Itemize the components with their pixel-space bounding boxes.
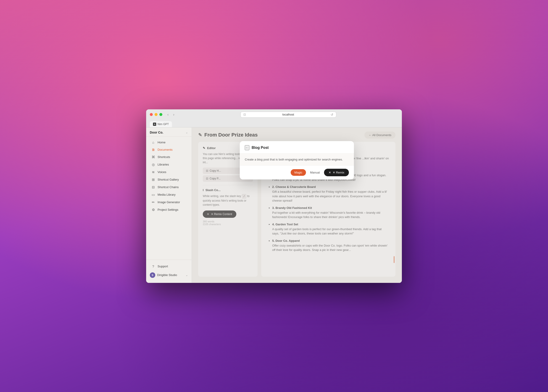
workspace-avatar: S — [150, 272, 155, 278]
remix-button[interactable]: ✕ ✕ Remix — [324, 169, 349, 176]
sidebar-item-libraries-label: Libraries — [158, 163, 169, 166]
workspace-name: Door Co. — [150, 131, 163, 134]
manual-button[interactable]: Manual — [308, 169, 322, 176]
sidebar: Door Co. ⌄ ⌂ Home 🗎 Documents ⌘ Shortcut… — [146, 127, 192, 283]
modal-title: Blog Post — [252, 146, 269, 150]
sidebar-item-libraries[interactable]: ◎ Libraries — [148, 161, 190, 168]
sidebar-item-home[interactable]: ⌂ Home — [148, 139, 190, 146]
main-content: ✎ From Door Prize Ideas ← All Documents … — [192, 127, 402, 283]
maximize-button[interactable] — [159, 113, 162, 116]
shortcut-gallery-icon: ⊞ — [151, 178, 155, 182]
browser-chrome: ‹ › ⊡ localhost ↺ N Nim GPT — [146, 109, 402, 127]
image-generator-icon: ✏ — [151, 200, 155, 204]
sidebar-bottom: ? Support S Dirigible Studio ⌄ — [146, 259, 192, 283]
modal-footer: Magic Manual ✕ ✕ Remix — [240, 165, 354, 179]
sidebar-item-media-library[interactable]: ▭ Media Library — [148, 191, 190, 198]
sidebar-item-project-settings[interactable]: ⚙ Project Settings — [148, 206, 190, 213]
support-icon: ? — [151, 264, 155, 268]
media-library-icon: ▭ — [151, 193, 155, 197]
workspace-footer-name: Dirigible Studio — [157, 273, 184, 277]
sidebar-item-voices-label: Voices — [158, 170, 166, 174]
browser-tab[interactable]: N Nim GPT — [150, 121, 172, 127]
sidebar-item-documents-label: Documents — [158, 148, 173, 151]
sidebar-item-voices[interactable]: ≋ Voices — [148, 168, 190, 176]
sidebar-support-label: Support — [158, 265, 168, 268]
workspace-chevron-icon: ⌄ — [186, 131, 188, 134]
sidebar-item-shortcuts-label: Shortcuts — [158, 155, 170, 159]
libraries-icon: ◎ — [151, 162, 155, 167]
sidebar-item-shortcut-gallery-label: Shortcut Gallery — [158, 178, 179, 181]
sidebar-item-shortcuts[interactable]: ⌘ Shortcuts — [148, 154, 190, 161]
close-button[interactable] — [150, 113, 153, 116]
sidebar-item-media-library-label: Media Library — [158, 193, 176, 196]
sidebar-item-documents[interactable]: 🗎 Documents — [148, 146, 190, 153]
magic-button[interactable]: Magic — [291, 169, 306, 176]
voices-icon: ≋ — [151, 170, 155, 174]
sidebar-item-image-generator-label: Image Generator — [158, 200, 180, 204]
tab-favicon: N — [153, 123, 156, 126]
modal-back-button[interactable]: ← — [245, 145, 249, 150]
remix-icon: ✕ — [329, 171, 331, 174]
workspace-header[interactable]: Door Co. ⌄ — [146, 127, 192, 137]
url-display: localhost — [248, 113, 329, 116]
address-bar[interactable]: ⊡ localhost ↺ — [240, 112, 336, 118]
modal-header: ← Blog Post — [240, 141, 354, 154]
workspace-footer-chevron-icon: ⌄ — [186, 273, 188, 277]
home-icon: ⌂ — [151, 140, 155, 144]
forward-nav-button[interactable]: › — [172, 112, 176, 117]
sidebar-item-home-label: Home — [158, 141, 166, 144]
shortcut-chains-icon: ⊟ — [151, 185, 155, 189]
shortcuts-icon: ⌘ — [151, 155, 155, 159]
reload-button[interactable]: ↺ — [331, 113, 333, 116]
modal-overlay: ← Blog Post Create a blog post that is b… — [192, 127, 402, 283]
tab-label: Nim GPT — [158, 123, 169, 126]
sidebar-item-shortcut-gallery[interactable]: ⊞ Shortcut Gallery — [148, 176, 190, 183]
modal-body: Create a blog post that is both engaging… — [240, 154, 354, 166]
sidebar-item-support[interactable]: ? Support — [148, 263, 190, 270]
sidebar-item-shortcut-chains[interactable]: ⊟ Shortcut Chains — [148, 183, 190, 191]
sidebar-item-project-settings-label: Project Settings — [158, 208, 178, 211]
modal-description: Create a blog post that is both engaging… — [245, 157, 349, 162]
sidebar-navigation: ⌂ Home 🗎 Documents ⌘ Shortcuts ◎ Librari… — [146, 137, 192, 259]
blog-post-modal: ← Blog Post Create a blog post that is b… — [240, 141, 354, 180]
workspace-footer[interactable]: S Dirigible Studio ⌄ — [146, 270, 192, 280]
sidebar-item-shortcut-chains-label: Shortcut Chains — [158, 185, 179, 189]
project-settings-icon: ⚙ — [151, 208, 155, 212]
address-bar-icon: ⊡ — [243, 113, 246, 116]
documents-icon: 🗎 — [151, 148, 155, 152]
sidebar-item-image-generator[interactable]: ✏ Image Generator — [148, 199, 190, 206]
minimize-button[interactable] — [155, 113, 158, 116]
traffic-lights — [150, 113, 162, 116]
back-nav-button[interactable]: ‹ — [166, 112, 170, 117]
